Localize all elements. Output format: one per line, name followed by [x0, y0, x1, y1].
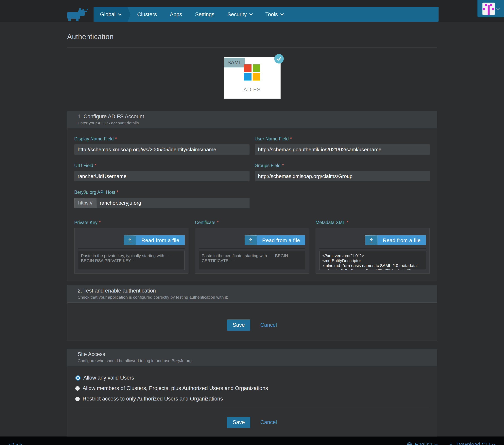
globe-icon — [407, 442, 412, 445]
divider — [319, 248, 426, 249]
page-title: Authentication — [67, 33, 437, 41]
user-menu[interactable] — [477, 0, 504, 18]
language-selector[interactable]: English — [407, 442, 437, 445]
button-label: Read from a file — [136, 235, 185, 245]
section1-subtitle: Enter your AD FS account details — [78, 121, 427, 125]
field-groups: Groups Field* — [255, 163, 430, 181]
provider-name: AD FS — [224, 86, 281, 93]
nav-item-label: Global — [100, 12, 115, 18]
button-label: Read from a file — [378, 235, 426, 245]
private-key-textarea[interactable] — [78, 251, 185, 270]
field-label: Certificate* — [195, 220, 309, 225]
user-name-input[interactable] — [255, 144, 430, 155]
field-user-name: User Name Field* — [255, 136, 430, 155]
nav-item-label: Apps — [170, 12, 182, 18]
cancel-button[interactable]: Cancel — [260, 322, 277, 328]
section1-title: 1. Configure AD FS Account — [78, 113, 427, 120]
save-button[interactable]: Save — [227, 417, 250, 428]
cancel-button[interactable]: Cancel — [260, 419, 277, 425]
radio-label: Restrict access to only Authorized Users… — [83, 396, 223, 402]
field-label: Metadata XML* — [316, 220, 430, 225]
download-icon — [448, 442, 454, 445]
site-access-actions: Save Cancel — [67, 407, 437, 436]
private-key-panel: Read from a file — [74, 228, 188, 274]
rancher-logo-icon[interactable] — [67, 8, 88, 21]
microsoft-logo-icon — [244, 64, 260, 80]
nav-item-clusters[interactable]: Clusters — [131, 7, 163, 22]
divider — [78, 248, 185, 249]
upload-icon — [124, 235, 136, 245]
field-label: Private Key* — [74, 220, 188, 225]
site-access-subtitle: Configure who should be allowed to log i… — [78, 358, 427, 363]
language-label: English — [415, 442, 432, 445]
display-name-input[interactable] — [74, 144, 250, 155]
section1-body: Display Name Field* User Name Field* UID… — [67, 128, 437, 281]
required-marker: * — [347, 220, 348, 225]
file-field-metadata-xml: Metadata XML* Read from a file <?xml ve — [316, 220, 430, 274]
required-marker: * — [282, 163, 284, 168]
metadata-xml-textarea[interactable]: <?xml version="1.0"?> <md:EntityDescript… — [319, 251, 426, 270]
file-field-certificate: Certificate* Read from a file — [195, 220, 309, 274]
footer: v2.5.5 English Download CLI — [0, 437, 504, 445]
nav-item-global[interactable]: Global — [93, 7, 127, 22]
field-label: BeryJu.org API Host* — [74, 190, 250, 195]
section2-title: 2. Test and enable authentication — [78, 288, 427, 294]
groups-input[interactable] — [255, 171, 430, 181]
site-access-header: Site Access Configure who should be allo… — [67, 349, 437, 366]
field-label: User Name Field* — [255, 136, 430, 142]
provider-card-row: SAML AD FS — [67, 48, 437, 111]
field-api-host: BeryJu.org API Host* https:// — [74, 190, 250, 208]
nav-item-settings[interactable]: Settings — [189, 7, 221, 22]
required-marker: * — [290, 136, 292, 141]
nav-item-label: Clusters — [137, 12, 157, 18]
required-marker: * — [94, 163, 96, 168]
required-marker: * — [99, 220, 101, 225]
section2-subtitle: Check that your application is configure… — [78, 295, 427, 300]
version-label: v2.5.5 — [9, 442, 22, 445]
radio-label: Allow any valid Users — [83, 375, 134, 381]
certificate-panel: Read from a file — [195, 228, 309, 274]
certificate-read-file-button[interactable]: Read from a file — [245, 235, 306, 245]
uid-input[interactable] — [74, 171, 250, 181]
radio-allow-any-valid-users[interactable]: Allow any valid Users — [75, 375, 429, 381]
chevron-down-icon — [280, 12, 284, 16]
provider-card-adfs[interactable]: SAML AD FS — [224, 57, 281, 99]
selected-check-icon — [274, 54, 284, 63]
footer-links: English Download CLI — [407, 442, 495, 445]
site-access-body: Allow any valid Users Allow members of C… — [67, 366, 437, 407]
nav-item-security[interactable]: Security — [221, 7, 259, 22]
chevron-down-icon — [249, 12, 253, 16]
nav-item-label: Security — [227, 12, 247, 18]
chevron-down-icon — [496, 6, 500, 10]
button-label: Read from a file — [257, 235, 306, 245]
certificate-textarea[interactable] — [199, 251, 305, 270]
section2-actions: Save Cancel — [67, 303, 437, 341]
download-cli-menu[interactable]: Download CLI — [448, 442, 495, 445]
https-prefix: https:// — [74, 198, 96, 208]
upload-icon — [245, 235, 257, 245]
chevron-down-icon — [434, 443, 438, 445]
section1-header: 1. Configure AD FS Account Enter your AD… — [67, 111, 437, 128]
radio-restrict-access[interactable]: Restrict access to only Authorized Users… — [75, 396, 429, 402]
main-navbar: Global Clusters Apps Settings Security T… — [93, 7, 439, 22]
top-header: Global Clusters Apps Settings Security T… — [0, 0, 504, 22]
metadata-xml-read-file-button[interactable]: Read from a file — [365, 235, 426, 245]
required-marker: * — [115, 136, 117, 141]
nav-item-apps[interactable]: Apps — [163, 7, 189, 22]
file-field-private-key: Private Key* Read from a file — [74, 220, 188, 274]
avatar — [483, 2, 495, 15]
field-label: Display Name Field* — [74, 136, 250, 142]
private-key-read-file-button[interactable]: Read from a file — [124, 235, 185, 245]
nav-item-tools[interactable]: Tools — [259, 7, 290, 22]
section-site-access: Site Access Configure who should be allo… — [67, 349, 437, 437]
api-host-input[interactable] — [96, 198, 250, 208]
metadata-xml-panel: Read from a file <?xml version="1.0"?> <… — [316, 228, 430, 274]
radio-allow-members[interactable]: Allow members of Clusters, Projects, plu… — [75, 385, 429, 391]
section-test-authentication: 2. Test and enable authentication Check … — [67, 285, 437, 341]
field-label: Groups Field* — [255, 163, 430, 168]
section2-header: 2. Test and enable authentication Check … — [67, 285, 437, 303]
radio-selected-icon — [75, 375, 80, 381]
site-access-title: Site Access — [78, 351, 427, 357]
upload-icon — [365, 235, 378, 245]
save-button[interactable]: Save — [227, 319, 250, 331]
